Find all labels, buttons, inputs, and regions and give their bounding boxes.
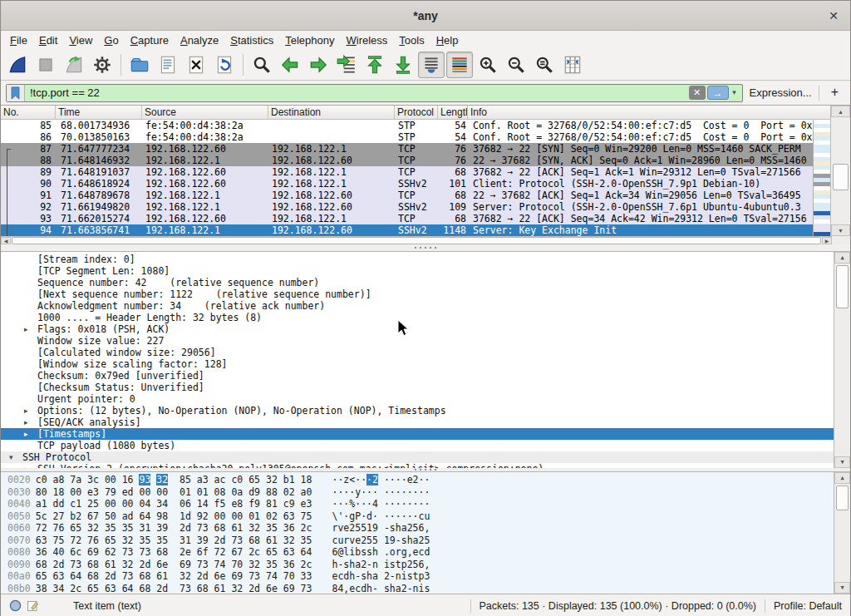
hex-dump[interactable]: 0020c0 a8 7a 3c 00 16 93 32 85 a3 ac c0 …: [1, 474, 850, 594]
ascii-char[interactable]: ·: [401, 498, 407, 510]
column-header-destination[interactable]: Destination: [268, 106, 395, 119]
hex-byte[interactable]: 63: [283, 546, 295, 558]
hex-byte[interactable]: 81: [266, 498, 278, 510]
hex-byte[interactable]: 32: [231, 583, 243, 594]
packet-row[interactable]: 9471.663856741192.168.122.1192.168.122.6…: [1, 224, 813, 236]
hex-byte[interactable]: 35: [301, 535, 312, 546]
ascii-char[interactable]: 2: [413, 474, 419, 485]
hex-byte[interactable]: 2d: [53, 559, 65, 570]
hex-byte[interactable]: 6e: [156, 559, 168, 570]
hex-byte[interactable]: 85: [180, 474, 191, 485]
ascii-char[interactable]: ·: [366, 498, 372, 510]
ascii-char[interactable]: [378, 498, 384, 510]
hex-byte[interactable]: ad: [122, 510, 134, 522]
ascii-char[interactable]: 5: [413, 522, 419, 534]
hex-byte[interactable]: 25: [87, 498, 99, 510]
ascii-char[interactable]: h: [407, 535, 413, 546]
ascii-char[interactable]: [378, 510, 384, 522]
hex-row[interactable]: 007063 75 72 76 65 32 35 35 31 39 2d 73 …: [1, 535, 850, 547]
detail-line[interactable]: [Window size scaling factor: 128]: [1, 358, 835, 370]
detail-line[interactable]: ▸[SEQ/ACK analysis]: [1, 416, 835, 428]
capture-options-button[interactable]: [89, 52, 116, 78]
hex-byte[interactable]: 68: [87, 570, 99, 582]
hex-byte[interactable]: a8: [53, 474, 65, 485]
hex-byte[interactable]: 72: [36, 522, 47, 534]
ascii-char[interactable]: s: [366, 546, 372, 558]
hex-byte[interactable]: 65: [266, 546, 278, 558]
hex-byte[interactable]: 2c: [248, 546, 260, 558]
ascii-char[interactable]: s: [390, 559, 396, 570]
ascii-char[interactable]: [378, 570, 384, 582]
bytes-vscrollbar[interactable]: ▲ ▼: [834, 472, 850, 594]
hex-byte[interactable]: 73: [197, 522, 209, 534]
hex-byte[interactable]: 61: [231, 522, 243, 534]
hex-byte[interactable]: 63: [105, 583, 116, 594]
ascii-char[interactable]: d: [424, 546, 430, 558]
zoom-in-button[interactable]: [475, 52, 501, 78]
menu-capture[interactable]: Capture: [125, 32, 175, 48]
ascii-char[interactable]: ·: [401, 474, 407, 485]
hex-byte[interactable]: 88: [266, 486, 278, 498]
hex-byte[interactable]: 34: [156, 498, 168, 510]
ascii-char[interactable]: ·: [407, 498, 413, 510]
menu-view[interactable]: View: [63, 32, 98, 48]
hex-byte[interactable]: c9: [283, 498, 295, 510]
ascii-char[interactable]: n: [372, 559, 378, 570]
column-header-info[interactable]: Info: [468, 106, 832, 119]
ascii-char[interactable]: u: [424, 510, 430, 522]
collapsed-arrow-icon[interactable]: ▸: [24, 428, 28, 440]
hex-byte[interactable]: 16: [122, 474, 134, 485]
hex-byte[interactable]: 14: [197, 498, 209, 510]
menu-help[interactable]: Help: [430, 32, 465, 48]
ascii-char[interactable]: ·: [390, 498, 396, 510]
hex-byte[interactable]: 76: [53, 522, 65, 534]
packet-list-hscrollbar[interactable]: ◀ ▶: [1, 236, 832, 244]
hex-byte[interactable]: 1d: [180, 510, 191, 522]
hex-byte[interactable]: 0a: [231, 486, 243, 498]
hex-row[interactable]: 00b038 34 2c 65 63 64 68 2d 73 68 61 32 …: [1, 583, 850, 594]
ascii-char[interactable]: h: [372, 546, 378, 558]
hex-byte[interactable]: 61: [266, 535, 278, 546]
packet-row[interactable]: 8771.647777234192.168.122.60192.168.122.…: [1, 143, 813, 155]
hex-byte[interactable]: 00: [139, 486, 150, 498]
menu-go[interactable]: Go: [98, 32, 124, 48]
ascii-char[interactable]: -: [384, 522, 390, 534]
ascii-char[interactable]: t: [396, 559, 401, 570]
go-forward-button[interactable]: [305, 52, 332, 78]
packet-list-vscrollbar[interactable]: ▲ ▼: [830, 106, 850, 236]
ascii-char[interactable]: a: [372, 570, 378, 582]
hex-byte[interactable]: 6c: [70, 546, 81, 558]
menu-telephony[interactable]: Telephony: [279, 32, 340, 48]
restart-capture-button[interactable]: [61, 52, 87, 78]
packet-row[interactable]: 9071.648618924192.168.122.60192.168.122.…: [1, 178, 813, 190]
hex-byte[interactable]: 69: [283, 583, 295, 594]
ascii-char[interactable]: ·: [390, 510, 396, 522]
intelligent-scrollbar-minimap[interactable]: [813, 120, 832, 236]
detail-line[interactable]: TCP payload (1080 bytes): [1, 440, 835, 451]
hex-byte[interactable]: 65: [36, 570, 47, 582]
hex-byte[interactable]: 76: [87, 535, 99, 546]
hex-byte[interactable]: 73: [122, 570, 134, 582]
hex-byte[interactable]: 68: [139, 583, 150, 594]
hex-byte[interactable]: 36: [36, 546, 47, 558]
ascii-char[interactable]: -: [390, 570, 396, 582]
packet-row[interactable]: 8568.001734936fe:54:00:d4:38:2aSTP54Conf…: [1, 120, 813, 131]
hex-byte[interactable]: 2d: [139, 559, 150, 570]
ascii-char[interactable]: ,: [424, 522, 430, 534]
ascii-char[interactable]: ·: [407, 510, 413, 522]
hex-byte[interactable]: 35: [139, 535, 150, 546]
hex-byte[interactable]: 2d: [156, 583, 168, 594]
hex-byte[interactable]: 01: [197, 486, 209, 498]
ascii-char[interactable]: e: [407, 474, 413, 485]
ascii-char[interactable]: a: [401, 522, 407, 534]
save-file-button[interactable]: [155, 52, 181, 78]
detail-line[interactable]: 1000 .... = Header Length: 32 bytes (8): [1, 312, 835, 323]
packet-row[interactable]: 9371.662015274192.168.122.60192.168.122.…: [1, 213, 813, 224]
hex-byte[interactable]: 00: [214, 510, 226, 522]
hex-byte[interactable]: 2d: [248, 583, 260, 594]
ascii-char[interactable]: h: [366, 583, 372, 594]
detail-line[interactable]: Window size value: 227: [1, 335, 835, 347]
hex-byte[interactable]: 00: [105, 474, 116, 485]
hex-byte[interactable]: 73: [301, 583, 312, 594]
hex-byte[interactable]: 68: [197, 583, 209, 594]
